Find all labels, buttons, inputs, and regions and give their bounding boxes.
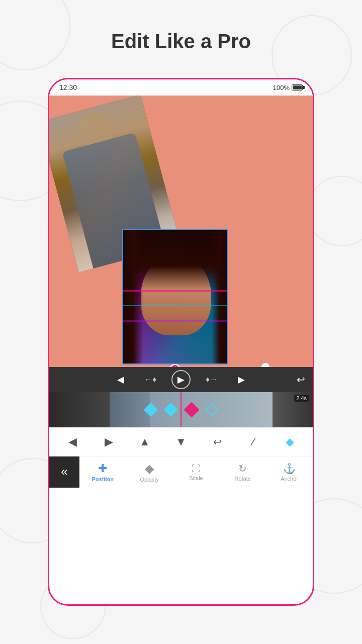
keyframe-1[interactable] [144,403,158,417]
rotate-label: Rotate [235,476,251,482]
prev-button[interactable]: ◀ [112,371,129,388]
undo-button[interactable]: ↩ [297,374,305,386]
status-right: 100% [273,84,303,91]
tool-forward[interactable]: ▶ [97,432,121,452]
opacity-label: Opacity [140,477,159,483]
collapse-icon: « [61,465,67,479]
keyframe-2[interactable] [164,403,178,417]
nav-opacity[interactable]: ◆ Opacity [126,456,173,488]
diamond-icon: ◆ [286,435,294,448]
tool-down[interactable]: ▼ [169,432,193,452]
battery-percent: 100% [273,84,290,91]
next-keyframe-button[interactable]: ♦→ [203,371,220,388]
tool-up[interactable]: ▲ [133,432,157,452]
timeline-cursor [180,392,182,427]
nav-position[interactable]: ✚ Position [79,456,126,488]
down-icon: ▼ [175,435,187,448]
up-icon: ▲ [139,435,150,448]
forward-icon: ▶ [105,435,113,448]
anchor-label: Anchor [281,476,298,482]
line-icon: ∕ [252,435,254,448]
page-title: Edit Like a Pro [0,30,362,53]
battery-icon [292,84,303,90]
bottom-toolbar: ◀ ▶ ▲ ▼ ↩ ∕ ◆ [49,427,313,456]
collapse-button[interactable]: « [49,456,79,488]
keyframe-4[interactable] [205,403,218,416]
nav-anchor[interactable]: ⚓ Anchor [266,456,313,488]
photo-woman[interactable] [122,229,228,364]
canvas-area[interactable] [49,96,313,367]
nav-rotate[interactable]: ↻ Rotate [219,456,266,488]
timeline-duration: 2.4s [294,395,309,402]
rotate-icon: ↻ [238,463,247,475]
nav-scale[interactable]: ⛶ Scale [173,456,220,488]
scale-icon: ⛶ [192,464,201,474]
prev-keyframe-button[interactable]: ←♦ [142,371,159,388]
status-time: 12:30 [59,83,77,91]
curve-icon: ↩ [213,436,222,448]
play-button[interactable]: ▶ [171,370,191,389]
tool-diamond[interactable]: ◆ [278,432,302,452]
tool-back[interactable]: ◀ [60,432,84,452]
playback-controls: ◀ ←♦ ▶ ♦→ ▶ ↩ [49,367,313,392]
phone-frame: 12:30 100% [48,78,314,606]
svg-point-6 [261,363,269,367]
position-icon: ✚ [98,462,107,475]
position-label: Position [92,476,114,482]
scale-label: Scale [189,475,203,481]
keyframe-active[interactable] [184,402,199,417]
next-button[interactable]: ▶ [233,371,250,388]
timeline[interactable]: 2.4s [49,392,313,427]
status-bar: 12:30 100% [49,79,313,96]
back-icon: ◀ [68,435,77,448]
tool-curve[interactable]: ↩ [205,432,229,452]
opacity-icon: ◆ [145,462,154,476]
bottom-nav: « ✚ Position ◆ Opacity ⛶ Scale ↻ Rotate … [49,456,313,488]
anchor-icon: ⚓ [283,463,296,475]
tool-line[interactable]: ∕ [241,432,265,452]
